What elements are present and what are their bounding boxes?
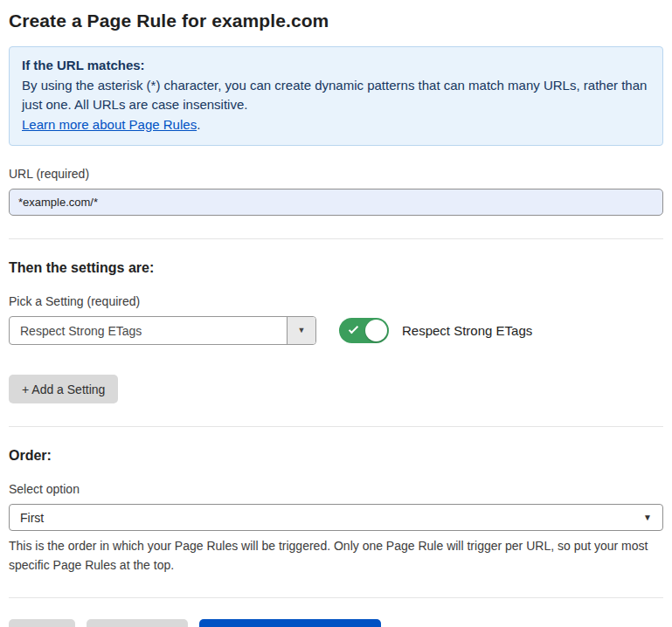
info-box: If the URL matches: By using the asteris… [9, 46, 663, 146]
info-box-heading: If the URL matches: [22, 56, 650, 76]
order-select[interactable]: First ▼ [9, 504, 663, 531]
chevron-down-icon: ▼ [298, 327, 306, 334]
check-icon [349, 324, 358, 334]
learn-more-link[interactable]: Learn more about Page Rules [22, 117, 197, 132]
page-rule-form: Create a Page Rule for example.com If th… [0, 0, 672, 627]
divider [9, 238, 663, 239]
divider [9, 426, 663, 427]
order-help-text: This is the order in which your Page Rul… [9, 537, 660, 575]
order-select-value: First [20, 511, 44, 525]
settings-heading: Then the settings are: [9, 260, 663, 276]
order-select-label: Select option [9, 482, 663, 496]
etags-toggle[interactable] [339, 318, 389, 343]
setting-select-value: Respect Strong ETags [10, 317, 287, 344]
add-setting-button[interactable]: + Add a Setting [9, 375, 118, 403]
info-box-link-line: Learn more about Page Rules. [22, 115, 650, 135]
toggle-knob [365, 320, 387, 341]
chevron-down-icon: ▼ [643, 513, 652, 522]
page-title: Create a Page Rule for example.com [9, 10, 663, 31]
toggle-label: Respect Strong ETags [402, 323, 532, 338]
save-draft-button[interactable]: Save as Draft [87, 619, 189, 627]
cancel-button[interactable]: Cancel [9, 619, 75, 627]
footer-actions: Cancel Save as Draft Save and Deploy Pag… [9, 619, 663, 627]
url-label: URL (required) [9, 167, 663, 181]
info-link-suffix: . [197, 117, 200, 132]
url-input[interactable] [9, 189, 663, 216]
info-box-body: By using the asterisk (*) character, you… [22, 76, 650, 115]
order-heading: Order: [9, 448, 663, 464]
divider [9, 597, 663, 598]
setting-select-arrow-button[interactable]: ▼ [287, 317, 315, 344]
setting-row: Respect Strong ETags ▼ Respect Strong ET… [9, 316, 663, 345]
save-deploy-button[interactable]: Save and Deploy Page Rule [199, 619, 381, 627]
setting-select[interactable]: Respect Strong ETags ▼ [9, 316, 316, 345]
pick-setting-label: Pick a Setting (required) [9, 294, 663, 308]
